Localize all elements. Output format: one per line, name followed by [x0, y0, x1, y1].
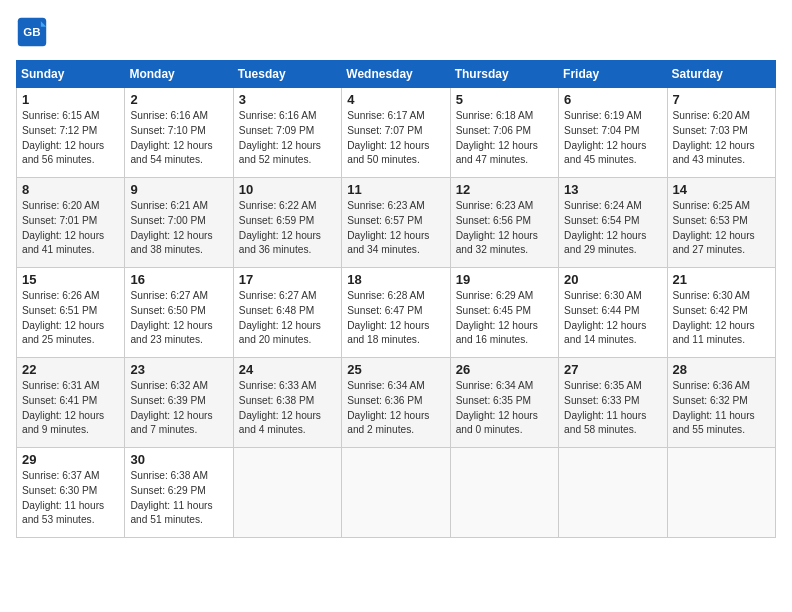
day-info: Sunrise: 6:36 AM Sunset: 6:32 PM Dayligh… [673, 379, 770, 438]
calendar-cell [450, 448, 558, 538]
day-number: 3 [239, 92, 336, 107]
calendar-cell: 16 Sunrise: 6:27 AM Sunset: 6:50 PM Dayl… [125, 268, 233, 358]
day-info: Sunrise: 6:23 AM Sunset: 6:56 PM Dayligh… [456, 199, 553, 258]
calendar-week-2: 8 Sunrise: 6:20 AM Sunset: 7:01 PM Dayli… [17, 178, 776, 268]
day-number: 23 [130, 362, 227, 377]
calendar-cell: 22 Sunrise: 6:31 AM Sunset: 6:41 PM Dayl… [17, 358, 125, 448]
day-info: Sunrise: 6:35 AM Sunset: 6:33 PM Dayligh… [564, 379, 661, 438]
day-number: 29 [22, 452, 119, 467]
logo-icon: GB [16, 16, 48, 48]
calendar-cell: 29 Sunrise: 6:37 AM Sunset: 6:30 PM Dayl… [17, 448, 125, 538]
day-number: 9 [130, 182, 227, 197]
day-info: Sunrise: 6:29 AM Sunset: 6:45 PM Dayligh… [456, 289, 553, 348]
day-number: 11 [347, 182, 444, 197]
day-info: Sunrise: 6:24 AM Sunset: 6:54 PM Dayligh… [564, 199, 661, 258]
day-info: Sunrise: 6:30 AM Sunset: 6:44 PM Dayligh… [564, 289, 661, 348]
day-number: 12 [456, 182, 553, 197]
day-number: 22 [22, 362, 119, 377]
calendar-cell: 28 Sunrise: 6:36 AM Sunset: 6:32 PM Dayl… [667, 358, 775, 448]
calendar-week-1: 1 Sunrise: 6:15 AM Sunset: 7:12 PM Dayli… [17, 88, 776, 178]
day-info: Sunrise: 6:17 AM Sunset: 7:07 PM Dayligh… [347, 109, 444, 168]
day-number: 1 [22, 92, 119, 107]
calendar-cell: 27 Sunrise: 6:35 AM Sunset: 6:33 PM Dayl… [559, 358, 667, 448]
calendar-cell: 21 Sunrise: 6:30 AM Sunset: 6:42 PM Dayl… [667, 268, 775, 358]
day-info: Sunrise: 6:26 AM Sunset: 6:51 PM Dayligh… [22, 289, 119, 348]
calendar-cell: 19 Sunrise: 6:29 AM Sunset: 6:45 PM Dayl… [450, 268, 558, 358]
day-number: 26 [456, 362, 553, 377]
weekday-header-sunday: Sunday [17, 61, 125, 88]
day-number: 16 [130, 272, 227, 287]
day-info: Sunrise: 6:16 AM Sunset: 7:09 PM Dayligh… [239, 109, 336, 168]
calendar-cell: 14 Sunrise: 6:25 AM Sunset: 6:53 PM Dayl… [667, 178, 775, 268]
weekday-header-saturday: Saturday [667, 61, 775, 88]
page-header: GB [16, 16, 776, 48]
calendar-cell: 20 Sunrise: 6:30 AM Sunset: 6:44 PM Dayl… [559, 268, 667, 358]
day-number: 25 [347, 362, 444, 377]
day-info: Sunrise: 6:38 AM Sunset: 6:29 PM Dayligh… [130, 469, 227, 528]
weekday-header-thursday: Thursday [450, 61, 558, 88]
calendar-cell [342, 448, 450, 538]
calendar-cell: 25 Sunrise: 6:34 AM Sunset: 6:36 PM Dayl… [342, 358, 450, 448]
calendar-cell: 4 Sunrise: 6:17 AM Sunset: 7:07 PM Dayli… [342, 88, 450, 178]
day-info: Sunrise: 6:27 AM Sunset: 6:50 PM Dayligh… [130, 289, 227, 348]
day-info: Sunrise: 6:16 AM Sunset: 7:10 PM Dayligh… [130, 109, 227, 168]
logo: GB [16, 16, 52, 48]
day-number: 2 [130, 92, 227, 107]
day-number: 20 [564, 272, 661, 287]
calendar-week-4: 22 Sunrise: 6:31 AM Sunset: 6:41 PM Dayl… [17, 358, 776, 448]
day-info: Sunrise: 6:32 AM Sunset: 6:39 PM Dayligh… [130, 379, 227, 438]
calendar-cell: 5 Sunrise: 6:18 AM Sunset: 7:06 PM Dayli… [450, 88, 558, 178]
calendar-table: SundayMondayTuesdayWednesdayThursdayFrid… [16, 60, 776, 538]
calendar-cell: 9 Sunrise: 6:21 AM Sunset: 7:00 PM Dayli… [125, 178, 233, 268]
calendar-cell [559, 448, 667, 538]
calendar-cell: 2 Sunrise: 6:16 AM Sunset: 7:10 PM Dayli… [125, 88, 233, 178]
day-info: Sunrise: 6:31 AM Sunset: 6:41 PM Dayligh… [22, 379, 119, 438]
day-number: 18 [347, 272, 444, 287]
calendar-cell [667, 448, 775, 538]
day-number: 5 [456, 92, 553, 107]
day-number: 24 [239, 362, 336, 377]
day-number: 15 [22, 272, 119, 287]
weekday-header-wednesday: Wednesday [342, 61, 450, 88]
day-info: Sunrise: 6:34 AM Sunset: 6:35 PM Dayligh… [456, 379, 553, 438]
calendar-cell: 6 Sunrise: 6:19 AM Sunset: 7:04 PM Dayli… [559, 88, 667, 178]
day-info: Sunrise: 6:28 AM Sunset: 6:47 PM Dayligh… [347, 289, 444, 348]
day-number: 21 [673, 272, 770, 287]
calendar-cell: 1 Sunrise: 6:15 AM Sunset: 7:12 PM Dayli… [17, 88, 125, 178]
day-info: Sunrise: 6:33 AM Sunset: 6:38 PM Dayligh… [239, 379, 336, 438]
day-number: 28 [673, 362, 770, 377]
day-number: 13 [564, 182, 661, 197]
day-info: Sunrise: 6:19 AM Sunset: 7:04 PM Dayligh… [564, 109, 661, 168]
day-number: 7 [673, 92, 770, 107]
calendar-cell: 18 Sunrise: 6:28 AM Sunset: 6:47 PM Dayl… [342, 268, 450, 358]
weekday-header-friday: Friday [559, 61, 667, 88]
day-number: 14 [673, 182, 770, 197]
day-info: Sunrise: 6:37 AM Sunset: 6:30 PM Dayligh… [22, 469, 119, 528]
day-info: Sunrise: 6:15 AM Sunset: 7:12 PM Dayligh… [22, 109, 119, 168]
day-number: 30 [130, 452, 227, 467]
calendar-cell: 13 Sunrise: 6:24 AM Sunset: 6:54 PM Dayl… [559, 178, 667, 268]
day-info: Sunrise: 6:25 AM Sunset: 6:53 PM Dayligh… [673, 199, 770, 258]
calendar-cell: 23 Sunrise: 6:32 AM Sunset: 6:39 PM Dayl… [125, 358, 233, 448]
day-number: 19 [456, 272, 553, 287]
calendar-cell: 10 Sunrise: 6:22 AM Sunset: 6:59 PM Dayl… [233, 178, 341, 268]
day-info: Sunrise: 6:20 AM Sunset: 7:03 PM Dayligh… [673, 109, 770, 168]
calendar-cell: 17 Sunrise: 6:27 AM Sunset: 6:48 PM Dayl… [233, 268, 341, 358]
calendar-week-3: 15 Sunrise: 6:26 AM Sunset: 6:51 PM Dayl… [17, 268, 776, 358]
day-number: 8 [22, 182, 119, 197]
day-number: 27 [564, 362, 661, 377]
calendar-cell: 24 Sunrise: 6:33 AM Sunset: 6:38 PM Dayl… [233, 358, 341, 448]
calendar-week-5: 29 Sunrise: 6:37 AM Sunset: 6:30 PM Dayl… [17, 448, 776, 538]
day-info: Sunrise: 6:34 AM Sunset: 6:36 PM Dayligh… [347, 379, 444, 438]
day-info: Sunrise: 6:18 AM Sunset: 7:06 PM Dayligh… [456, 109, 553, 168]
day-info: Sunrise: 6:23 AM Sunset: 6:57 PM Dayligh… [347, 199, 444, 258]
calendar-cell [233, 448, 341, 538]
calendar-header-row: SundayMondayTuesdayWednesdayThursdayFrid… [17, 61, 776, 88]
calendar-cell: 30 Sunrise: 6:38 AM Sunset: 6:29 PM Dayl… [125, 448, 233, 538]
day-info: Sunrise: 6:30 AM Sunset: 6:42 PM Dayligh… [673, 289, 770, 348]
calendar-cell: 11 Sunrise: 6:23 AM Sunset: 6:57 PM Dayl… [342, 178, 450, 268]
day-number: 4 [347, 92, 444, 107]
weekday-header-monday: Monday [125, 61, 233, 88]
day-info: Sunrise: 6:27 AM Sunset: 6:48 PM Dayligh… [239, 289, 336, 348]
calendar-cell: 3 Sunrise: 6:16 AM Sunset: 7:09 PM Dayli… [233, 88, 341, 178]
